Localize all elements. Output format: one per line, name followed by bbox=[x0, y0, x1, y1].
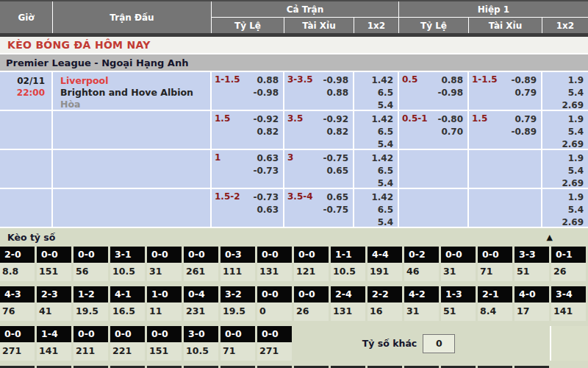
h1-overunder-cell[interactable] bbox=[469, 150, 542, 188]
h1-overunder-cell[interactable]: 1-1.5 -0.89 0.79 bbox=[469, 72, 542, 110]
score-cell[interactable]: 0-0 271 bbox=[257, 326, 294, 361]
score-box[interactable]: 2-1 bbox=[478, 286, 512, 302]
ft-handicap-cell[interactable]: 1.5-2 -0.73 0.63 bbox=[212, 189, 284, 227]
score-cell[interactable]: 2-3 41 bbox=[37, 286, 74, 321]
odds-value[interactable]: 0.63 bbox=[215, 152, 279, 165]
h1-handicap-cell[interactable] bbox=[399, 189, 469, 227]
score-cell[interactable]: 0-0 271 bbox=[0, 326, 37, 361]
odds-value[interactable]: 1.9 bbox=[545, 74, 584, 87]
h1-1x2-cell[interactable]: 1.9 5.4 2.69 bbox=[542, 150, 588, 188]
score-box[interactable]: 1-2 bbox=[74, 286, 108, 302]
odds-value[interactable]: 0.82 bbox=[287, 126, 348, 138]
score-cell[interactable]: 0-0 131 bbox=[257, 247, 294, 281]
odds-value[interactable]: 6.5 bbox=[357, 204, 393, 216]
score-box[interactable]: 2-0 bbox=[0, 247, 35, 263]
score-box[interactable]: 2-2 bbox=[368, 286, 402, 302]
odds-value[interactable]: -0.75 bbox=[287, 204, 348, 216]
score-cell[interactable]: 3-0 10.5 bbox=[184, 326, 220, 361]
score-box[interactable]: 4-3 bbox=[0, 286, 35, 302]
score-cell[interactable]: 0-0 121 bbox=[294, 247, 331, 281]
odds-value[interactable]: 0.79 bbox=[472, 87, 537, 99]
odds-value[interactable]: 5.4 bbox=[357, 99, 393, 110]
h1-overunder-cell[interactable]: 1.5 0.79 -0.89 bbox=[469, 111, 542, 149]
odds-value[interactable]: 5.4 bbox=[545, 204, 584, 216]
score-box[interactable]: 1-1 bbox=[331, 247, 365, 263]
score-cell[interactable]: 0-1 26 bbox=[551, 247, 588, 281]
score-cell[interactable]: 1-3 51 bbox=[441, 286, 478, 321]
score-cell[interactable]: 0-0 31 bbox=[441, 247, 478, 281]
score-cell[interactable]: 3-3 51 bbox=[514, 247, 551, 281]
ft-overunder-cell[interactable]: 3 -0.75 0.65 bbox=[284, 150, 354, 188]
odds-value[interactable]: 5.4 bbox=[545, 87, 584, 99]
odds-value[interactable]: 1.9 bbox=[545, 191, 584, 204]
odds-value[interactable]: 0.70 bbox=[402, 126, 463, 138]
score-box[interactable]: 1-3 bbox=[441, 286, 476, 302]
score-cell[interactable]: 4-1 16.5 bbox=[110, 286, 147, 321]
odds-value[interactable]: 2.69 bbox=[545, 177, 584, 188]
score-box[interactable]: 0-3 bbox=[220, 247, 255, 263]
score-box[interactable]: 0-0 bbox=[74, 247, 108, 263]
score-box[interactable]: 4-4 bbox=[368, 247, 402, 263]
score-cell[interactable]: 4-0 17 bbox=[514, 286, 551, 321]
score-cell[interactable]: 2-4 131 bbox=[331, 286, 368, 321]
score-cell[interactable]: 2-1 8.4 bbox=[478, 286, 514, 321]
score-cell[interactable]: 1-4 141 bbox=[37, 326, 74, 361]
score-box[interactable]: 0-0 bbox=[257, 326, 292, 342]
score-box[interactable]: 0-0 bbox=[37, 247, 71, 263]
score-cell[interactable]: 1-1 10.5 bbox=[331, 247, 368, 281]
odds-value[interactable]: -0.73 bbox=[215, 165, 279, 177]
score-cell[interactable]: 1-2 19.5 bbox=[74, 286, 110, 321]
score-box[interactable]: 3-4 bbox=[551, 286, 586, 302]
score-cell[interactable]: 3-1 10.5 bbox=[110, 247, 147, 281]
odds-value[interactable]: 0.63 bbox=[215, 204, 279, 216]
score-box[interactable]: 0-0 bbox=[0, 326, 35, 342]
score-cell[interactable]: 0-3 111 bbox=[220, 247, 257, 281]
ft-overunder-cell[interactable]: 3.5-4 0.65 -0.75 bbox=[284, 189, 354, 227]
ft-overunder-cell[interactable]: 3.5 -0.92 0.82 bbox=[284, 111, 354, 149]
score-box[interactable]: 0-0 bbox=[441, 247, 476, 263]
score-box[interactable]: 0-2 bbox=[404, 247, 439, 263]
score-box[interactable]: 3-2 bbox=[220, 286, 255, 302]
h1-handicap-cell[interactable]: 0.5-1 -0.80 0.70 bbox=[399, 111, 469, 149]
ft-handicap-cell[interactable]: 1-1.5 0.88 -0.98 bbox=[212, 72, 284, 110]
h1-handicap-cell[interactable]: 0.5 0.88 -0.98 bbox=[399, 72, 469, 110]
score-box[interactable]: 2-4 bbox=[331, 286, 365, 302]
score-box[interactable]: 0-0 bbox=[147, 326, 182, 342]
score-cell[interactable]: 0-0 56 bbox=[74, 247, 110, 281]
score-cell[interactable]: 2-0 8.8 bbox=[0, 247, 37, 281]
odds-value[interactable]: 5.4 bbox=[357, 216, 393, 227]
odds-value[interactable]: 1.42 bbox=[357, 191, 393, 204]
score-box[interactable]: 0-0 bbox=[257, 286, 292, 302]
h1-1x2-cell[interactable]: 1.9 5.4 2.69 bbox=[542, 72, 588, 110]
score-cell[interactable]: 0-0 221 bbox=[110, 326, 147, 361]
odds-value[interactable]: 5.4 bbox=[545, 126, 584, 138]
odds-value[interactable]: 5.4 bbox=[545, 165, 584, 177]
score-box[interactable]: 0-0 bbox=[294, 286, 329, 302]
score-box[interactable]: 0-0 bbox=[110, 326, 145, 342]
score-cell[interactable]: 4-2 31 bbox=[404, 286, 441, 321]
odds-value[interactable]: 1.9 bbox=[545, 113, 584, 126]
ft-overunder-cell[interactable]: 3-3.5 -0.98 0.88 bbox=[284, 72, 354, 110]
h1-1x2-cell[interactable]: 1.9 5.4 2.69 bbox=[542, 111, 588, 149]
score-cell[interactable]: 1-0 11 bbox=[147, 286, 184, 321]
score-cell[interactable]: 0-0 26 bbox=[294, 286, 331, 321]
score-box[interactable]: 3-1 bbox=[110, 247, 145, 263]
h1-handicap-cell[interactable] bbox=[399, 150, 469, 188]
score-cell[interactable]: 0-0 71 bbox=[478, 247, 514, 281]
odds-value[interactable]: -0.89 bbox=[472, 126, 537, 138]
h1-1x2-cell[interactable]: 1.9 5.4 2.69 bbox=[542, 189, 588, 227]
odds-value[interactable]: 0.65 bbox=[287, 165, 348, 177]
odds-value[interactable]: 1.42 bbox=[357, 74, 393, 87]
odds-value[interactable]: 0.88 bbox=[287, 87, 348, 99]
odds-value[interactable]: -0.75 bbox=[287, 152, 348, 165]
score-box[interactable]: 1-4 bbox=[37, 326, 71, 342]
odds-value[interactable]: 0.82 bbox=[215, 126, 279, 138]
odds-value[interactable]: 1.9 bbox=[545, 152, 584, 165]
odds-value[interactable]: 5.4 bbox=[357, 138, 393, 149]
odds-value[interactable]: 2.69 bbox=[545, 216, 584, 227]
score-cell[interactable]: 0-2 46 bbox=[404, 247, 441, 281]
score-box[interactable]: 3-3 bbox=[514, 247, 549, 263]
score-cell[interactable]: 0-0 211 bbox=[74, 326, 110, 361]
score-cell[interactable]: 0-0 151 bbox=[37, 247, 74, 281]
score-box[interactable]: 0-0 bbox=[294, 247, 329, 263]
